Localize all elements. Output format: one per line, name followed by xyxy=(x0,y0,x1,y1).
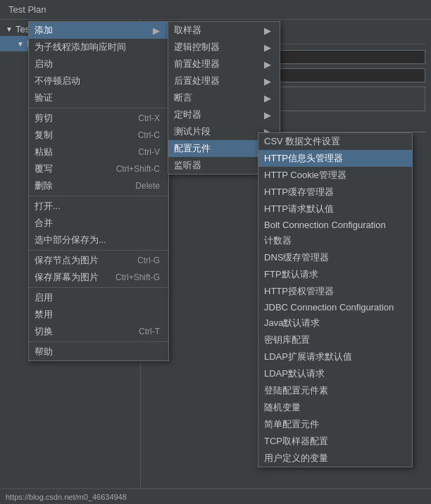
label: 为子线程添加响应时间 xyxy=(35,41,126,53)
menu-csv-data[interactable]: CSV 数据文件设置 xyxy=(258,133,412,150)
divider5 xyxy=(29,341,168,342)
divider xyxy=(29,108,168,108)
label: 切换 xyxy=(35,325,53,338)
menu-start[interactable]: 启动 xyxy=(29,56,168,73)
label: HTTP Cookie管理器 xyxy=(264,169,346,182)
label: JDBC Connection Configuration xyxy=(264,302,394,313)
menu-ldap-defaults[interactable]: LDAP默认请求 xyxy=(258,365,412,382)
menu-bolt-connection[interactable]: Bolt Connection Configuration xyxy=(258,218,412,232)
status-url: https://blog.csdn.net/m0_46634948 xyxy=(6,493,127,501)
menu-enable[interactable]: 启用 xyxy=(29,289,168,306)
menu-paste[interactable]: 粘贴 Ctrl-V xyxy=(29,144,168,160)
submenu-arrow: ▶ xyxy=(264,42,271,53)
expand-arrow: ▼ xyxy=(6,25,13,33)
menu-help[interactable]: 帮助 xyxy=(29,344,168,360)
label: 保存屏幕为图片 xyxy=(35,271,99,284)
label: HTTP缓存管理器 xyxy=(264,186,334,199)
menu-ldap-ext-defaults[interactable]: LDAP扩展请求默认值 xyxy=(258,348,412,365)
submenu-arrow: ▶ xyxy=(264,25,271,36)
label: 断言 xyxy=(174,92,192,104)
menu-save-node-as-image[interactable]: 保存节点为图片 Ctrl-G xyxy=(29,252,168,269)
label: 监听器 xyxy=(174,159,201,172)
label: 验证 xyxy=(35,92,53,104)
menu-simple-config[interactable]: 简单配置元件 xyxy=(258,416,412,433)
label: 启动 xyxy=(35,58,53,70)
menu-random-variable[interactable]: 随机变量 xyxy=(258,399,412,416)
shortcut: Ctrl+Shift-G xyxy=(115,272,160,282)
label: HTTP信息头管理器 xyxy=(264,152,343,165)
menu-login-config[interactable]: 登陆配置元件素 xyxy=(258,382,412,399)
label: 密钥库配置 xyxy=(264,334,310,346)
menu-http-cache[interactable]: HTTP缓存管理器 xyxy=(258,184,412,201)
menu-delete[interactable]: 删除 Delete xyxy=(29,177,168,194)
label: 简单配置元件 xyxy=(264,418,319,431)
label: 定时器 xyxy=(174,108,201,121)
menu-cut[interactable]: 剪切 Ctrl-X xyxy=(29,110,168,127)
label: 前置处理器 xyxy=(174,58,220,70)
menu-overwrite[interactable]: 覆写 Ctrl+Shift-C xyxy=(29,160,168,177)
toolbar-test-plan[interactable]: Test Plan xyxy=(3,3,51,16)
label: 覆写 xyxy=(35,163,53,175)
menu-pre-processor[interactable]: 前置处理器 ▶ xyxy=(168,56,280,73)
menu-post-processor[interactable]: 后置处理器 ▶ xyxy=(168,73,280,89)
label: 启用 xyxy=(35,291,53,304)
menu-java-defaults[interactable]: Java默认请求 xyxy=(258,315,412,332)
shortcut: Ctrl-X xyxy=(138,113,160,123)
shortcut: Ctrl-T xyxy=(139,327,160,336)
menu-logic-controller[interactable]: 逻辑控制器 ▶ xyxy=(168,39,280,56)
label: 逻辑控制器 xyxy=(174,41,220,53)
menu-keystore[interactable]: 密钥库配置 xyxy=(258,332,412,348)
submenu-arrow: ▶ xyxy=(153,25,160,36)
menu-assertion[interactable]: 断言 ▶ xyxy=(168,89,280,106)
context-menu-main: 添加 ▶ 为子线程添加响应时间 启动 不停顿启动 验证 剪切 Ctrl-X 复制… xyxy=(28,21,169,361)
divider3 xyxy=(29,250,168,251)
menu-open[interactable]: 打开... xyxy=(29,198,168,215)
menu-disable[interactable]: 禁用 xyxy=(29,306,168,323)
menu-save-selection[interactable]: 选中部分保存为... xyxy=(29,232,168,248)
shortcut: Ctrl+Shift-C xyxy=(116,164,160,174)
menu-validate[interactable]: 验证 xyxy=(29,89,168,106)
menu-add-response-time[interactable]: 为子线程添加响应时间 xyxy=(29,39,168,56)
label: 取样器 xyxy=(174,24,201,37)
menu-ftp-defaults[interactable]: FTP默认请求 xyxy=(258,266,412,283)
menu-http-defaults[interactable]: HTTP请求默认值 xyxy=(258,201,412,218)
menu-user-variables[interactable]: 用户定义的变量 xyxy=(258,450,412,467)
label: FTP默认请求 xyxy=(264,268,318,281)
menu-http-auth[interactable]: HTTP授权管理器 xyxy=(258,283,412,300)
label: 登陆配置元件素 xyxy=(264,384,328,397)
menu-copy[interactable]: 复制 Ctrl-C xyxy=(29,127,168,144)
label: LDAP默认请求 xyxy=(264,367,325,380)
label: 复制 xyxy=(35,129,53,141)
menu-sampler[interactable]: 取样器 ▶ xyxy=(168,22,280,39)
label: 配置元件 xyxy=(174,142,211,155)
submenu-arrow: ▶ xyxy=(264,76,271,87)
label: 粘贴 xyxy=(35,146,53,158)
context-menu-config: CSV 数据文件设置 HTTP信息头管理器 HTTP Cookie管理器 HTT… xyxy=(258,132,413,467)
menu-dns-cache[interactable]: DNS缓存管理器 xyxy=(258,249,412,266)
label: 合并 xyxy=(35,217,53,229)
label: 测试片段 xyxy=(174,125,211,138)
menu-http-header[interactable]: HTTP信息头管理器 xyxy=(258,150,412,167)
label: 保存节点为图片 xyxy=(35,254,99,267)
menu-tcp-sampler-config[interactable]: TCP取样器配置 xyxy=(258,433,412,450)
toolbar: Test Plan xyxy=(0,0,431,20)
menu-start-no-pause[interactable]: 不停顿启动 xyxy=(29,73,168,89)
shortcut: Ctrl-V xyxy=(138,147,160,157)
label: 删除 xyxy=(35,179,53,192)
expand-arrow: ▼ xyxy=(17,40,24,48)
menu-counter[interactable]: 计数器 xyxy=(258,232,412,249)
shortcut: Delete xyxy=(135,181,160,191)
menu-toggle[interactable]: 切换 Ctrl-T xyxy=(29,323,168,340)
menu-merge[interactable]: 合并 xyxy=(29,215,168,232)
menu-jdbc-connection[interactable]: JDBC Connection Configuration xyxy=(258,300,412,315)
label: 计数器 xyxy=(264,234,292,247)
label: 用户定义的变量 xyxy=(264,452,328,465)
menu-timer[interactable]: 定时器 ▶ xyxy=(168,106,280,123)
label: 随机变量 xyxy=(264,401,301,414)
label: CSV 数据文件设置 xyxy=(264,135,340,148)
menu-add[interactable]: 添加 ▶ xyxy=(29,22,168,39)
menu-save-screen-as-image[interactable]: 保存屏幕为图片 Ctrl+Shift-G xyxy=(29,269,168,286)
label: Bolt Connection Configuration xyxy=(264,220,386,230)
menu-http-cookie[interactable]: HTTP Cookie管理器 xyxy=(258,167,412,184)
label: TCP取样器配置 xyxy=(264,435,328,448)
